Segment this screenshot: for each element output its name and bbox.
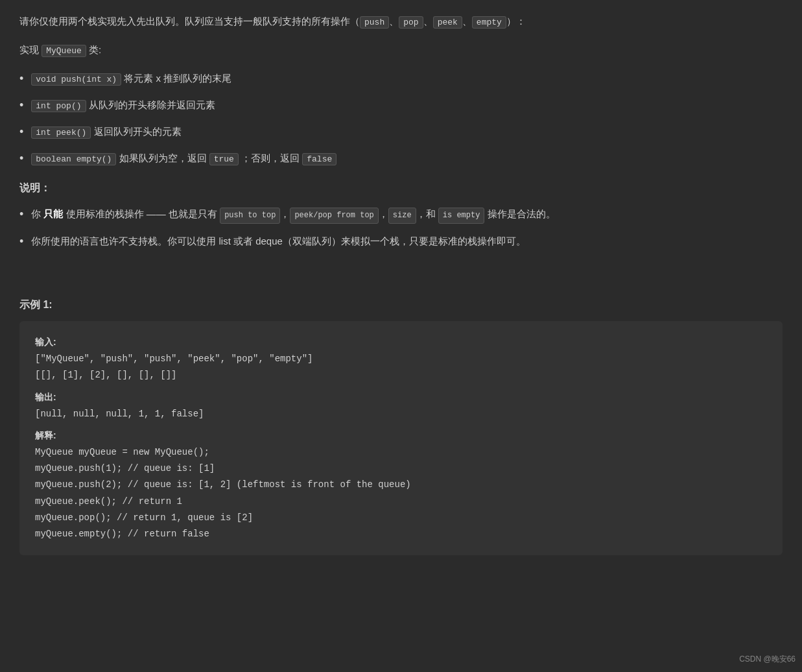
input-label: 输入:: [35, 337, 56, 347]
op-pop: pop: [399, 16, 423, 29]
method-pop-code: int pop(): [31, 100, 86, 112]
explain-line-3: myQueue.push(2); // queue is: [1, 2] (le…: [35, 479, 411, 490]
explain-line-4: myQueue.peek(); // return 1: [35, 496, 182, 507]
example-title: 示例 1:: [19, 296, 783, 313]
method-push-code: void push(int x): [31, 73, 121, 86]
bullet: •: [19, 123, 23, 141]
explain-line-5: myQueue.pop(); // return 1, queue is [2]: [35, 512, 253, 523]
explain-line-2: myQueue.push(1); // queue is: [1]: [35, 463, 215, 474]
method-list: • void push(int x) 将元素 x 推到队列的末尾 • int p…: [19, 70, 783, 167]
note-list: • 你 只能 使用标准的栈操作 —— 也就是只有 push to top，pee…: [19, 206, 783, 250]
output-section: 输出: [null, null, null, 1, 1, false]: [35, 389, 767, 422]
method-pop-content: int pop() 从队列的开头移除并返回元素: [31, 97, 215, 114]
method-empty-code: boolean empty(): [31, 153, 116, 165]
method-peek-desc: 返回队列开头的元素: [94, 126, 182, 137]
true-val: true: [209, 153, 239, 165]
note-section-title: 说明：: [19, 179, 783, 197]
op-size: size: [388, 208, 416, 223]
method-push-desc: 将元素 x 推到队列的末尾: [124, 73, 231, 84]
output-label: 输出:: [35, 392, 56, 402]
note-2-content: 你所使用的语言也许不支持栈。你可以使用 list 或者 deque（双端队列）来…: [31, 233, 526, 250]
intro-paragraph: 请你仅使用两个栈实现先入先出队列。队列应当支持一般队列支持的所有操作（push、…: [19, 13, 783, 30]
input-line2: [[], [1], [2], [], [], []]: [35, 370, 176, 380]
watermark: CSDN @晚安66: [739, 653, 796, 666]
op-is-empty: is empty: [438, 208, 485, 223]
bullet: •: [19, 70, 23, 88]
method-peek-code: int peek(): [31, 126, 91, 139]
explain-label: 解释:: [35, 430, 56, 440]
bullet: •: [19, 206, 23, 223]
op-empty: empty: [472, 16, 506, 29]
input-section: 输入: ["MyQueue", "push", "push", "peek", …: [35, 334, 767, 384]
example-box: 输入: ["MyQueue", "push", "push", "peek", …: [19, 321, 783, 555]
op-peekpop-from-top: peek/pop from top: [290, 208, 378, 223]
bullet: •: [19, 97, 23, 114]
method-empty-content: boolean empty() 如果队列为空，返回 true ；否则，返回 fa…: [31, 150, 336, 167]
method-empty-desc: 如果队列为空，返回 true ；否则，返回 false: [119, 152, 337, 163]
method-empty: • boolean empty() 如果队列为空，返回 true ；否则，返回 …: [19, 150, 783, 167]
method-pop: • int pop() 从队列的开头移除并返回元素: [19, 97, 783, 114]
bullet: •: [19, 150, 23, 167]
note-1: • 你 只能 使用标准的栈操作 —— 也就是只有 push to top，pee…: [19, 206, 783, 223]
note-2: • 你所使用的语言也许不支持栈。你可以使用 list 或者 deque（双端队列…: [19, 233, 783, 250]
method-peek: • int peek() 返回队列开头的元素: [19, 123, 783, 141]
input-line1: ["MyQueue", "push", "push", "peek", "pop…: [35, 354, 313, 364]
output-line: [null, null, null, 1, 1, false]: [35, 409, 204, 419]
op-peek: peek: [433, 16, 462, 29]
bullet: •: [19, 233, 23, 250]
explain-line-1: MyQueue myQueue = new MyQueue();: [35, 447, 209, 457]
method-pop-desc: 从队列的开头移除并返回元素: [89, 99, 215, 110]
explain-line-6: myQueue.empty(); // return false: [35, 529, 209, 539]
method-push-content: void push(int x) 将元素 x 推到队列的末尾: [31, 70, 231, 87]
class-line: 实现 MyQueue 类:: [19, 42, 783, 58]
method-push: • void push(int x) 将元素 x 推到队列的末尾: [19, 70, 783, 88]
false-val: false: [302, 153, 336, 165]
op-push: push: [360, 16, 389, 29]
note-1-content: 你 只能 使用标准的栈操作 —— 也就是只有 push to top，peek/…: [31, 206, 555, 223]
op-push-to-top: push to top: [220, 208, 280, 223]
class-name: MyQueue: [41, 45, 86, 57]
method-peek-content: int peek() 返回队列开头的元素: [31, 123, 181, 140]
bold-only: 只能: [43, 208, 63, 219]
explain-section: 解释: MyQueue myQueue = new MyQueue(); myQ…: [35, 427, 767, 542]
